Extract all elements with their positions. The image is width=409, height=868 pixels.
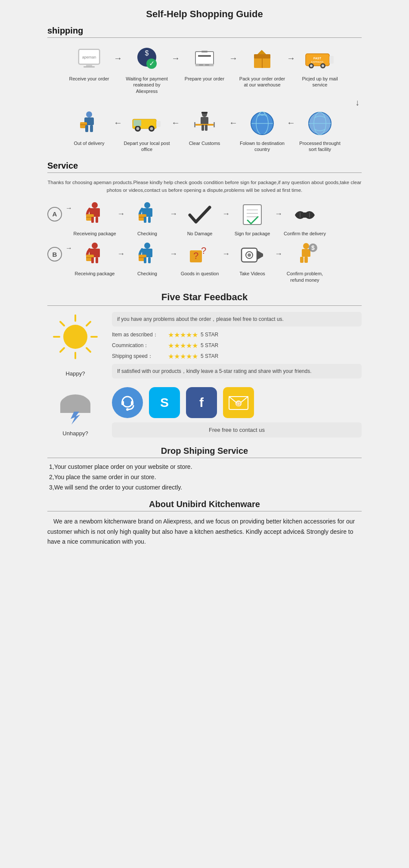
arrow-4: → [286,53,296,63]
prepare-label: Prepare your order [185,76,224,82]
contact-headset-icon[interactable] [112,387,143,418]
about-title: About Unibird Kitchenware [47,499,362,509]
drop-item-3: 3,We will send the order to your custome… [47,484,362,491]
process-a-label: A [47,207,62,222]
receive-icon: apeman [74,44,104,74]
proc-b-confirm-label: Confirm problem, refund money [283,271,326,283]
svg-rect-70 [148,217,151,223]
drop-shipping-title: Drop Shiping Service [47,446,362,456]
payment-icon: $ ✓ [132,44,162,74]
svg-rect-63 [91,217,94,223]
out-delivery-icon [74,108,104,139]
process-a-row: A → Receivei [47,201,362,237]
svg-rect-86 [148,257,151,263]
unhappy-icon-area: Unhappy? [47,388,103,437]
svg-text:f: f [199,395,204,409]
svg-rect-12 [195,64,214,66]
svg-marker-18 [257,50,266,54]
svg-rect-43 [201,112,208,114]
proc-b-recv-label: Receiving package [75,271,115,277]
svg-rect-33 [90,125,93,132]
rating-described-label: Item as described： [112,331,168,339]
contact-skype-icon[interactable]: S [149,387,180,418]
proc-b-video-icon [239,241,266,269]
pb-arrow-1: → [116,249,126,259]
arrow-r1: ← [113,118,123,128]
proc-a-sign-icon [239,201,266,229]
svg-rect-48 [201,125,204,131]
arrow-1: → [113,53,123,63]
payment-label: Waiting for payment realeased by Aliexpr… [123,76,170,94]
proc-b-goods-label: Goods in question [181,271,219,277]
pa-arrow-1: → [116,209,126,219]
shipping-row-2: Out of delivery ← Depart your local post… [47,108,362,153]
process-b-label: B [47,247,62,262]
rating-comm-label: Coumnication： [112,342,168,349]
proc-a-recv-label: Receiveing package [73,231,116,237]
feedback-box: if you have any problems about the order… [112,312,362,379]
svg-rect-11 [201,51,208,52]
flow-pickup: FAST EXPRESS Picjed up by mail service [296,44,344,88]
receive-label: Receive your order [69,76,109,82]
svg-text:@: @ [236,401,241,406]
proc-b-goods: ? ? Goods in question [178,241,221,277]
svg-rect-115 [121,401,124,405]
out-delivery-label: Out of delivery [74,140,105,146]
svg-text:$: $ [311,244,315,251]
follow-icon [247,108,277,139]
svg-point-39 [150,127,153,130]
processed-icon [305,108,335,139]
svg-point-108 [63,325,87,349]
proc-b-check: Checking [126,241,169,277]
pb-arrow-2: → [169,249,178,259]
feedback-title: Five Star Feedback [47,292,362,303]
drop-item-1: 1,Your customer place order on your webs… [47,463,362,470]
flow-prepare: Prepare your order [181,44,228,82]
svg-rect-10 [198,55,211,57]
svg-marker-113 [71,412,80,425]
svg-rect-69 [144,217,146,223]
svg-text:EXPRESS: EXPRESS [311,61,323,63]
sun-icon [47,313,103,369]
flow-out-delivery: Out of delivery [65,108,113,146]
rating-described-count: 5 STAR [201,332,218,338]
proc-a-check-label: Checking [137,231,157,237]
svg-rect-49 [205,125,208,131]
pickup-label: Picjed up by mail service [296,76,344,88]
about-text: We are a newborn kitchenware brand on Al… [47,517,362,547]
about-divider [47,511,362,511]
svg-point-75 [92,243,98,249]
rating-comm-count: 5 STAR [201,342,218,348]
pb-arrow-3: → [221,249,231,259]
proc-b-check-icon [133,241,161,269]
svg-rect-47 [214,122,215,127]
proc-b-video-label: Take Videos [239,271,265,277]
flow-customs: Clear Customs [181,108,228,146]
proc-a-confirm-label: Confirm the delivery [284,231,326,237]
svg-rect-13 [199,65,203,65]
drop-item-2: 2,You place the same order in our store. [47,474,362,480]
cloud-rain-icon [47,388,103,428]
contact-email-icon[interactable]: @ [223,387,254,418]
svg-point-59 [92,202,98,208]
svg-rect-45 [194,124,215,126]
svg-text:S: S [160,395,169,409]
processed-label: Processed throught sort facility [296,140,344,153]
svg-line-104 [60,322,64,326]
rating-communication: Coumnication： ★★★★★ 5 STAR [112,342,362,350]
svg-rect-44 [201,117,208,125]
proc-a-check-icon [133,201,161,229]
proc-b-video: Take Videos [231,241,274,277]
svg-rect-14 [205,65,209,65]
service-header: Service [47,161,362,173]
svg-point-26 [322,65,324,67]
svg-text:?: ? [193,250,198,261]
proc-a-nodmg-label: No Damage [187,231,213,237]
svg-rect-98 [300,257,304,263]
svg-rect-80 [96,257,98,263]
proc-a-sign: Sign for package [231,201,274,237]
svg-rect-95 [302,249,310,257]
service-note: Thanks for choosing apeman products.Plea… [47,179,362,194]
contact-facebook-icon[interactable]: f [186,387,217,418]
proc-b-check-label: Checking [137,271,157,277]
